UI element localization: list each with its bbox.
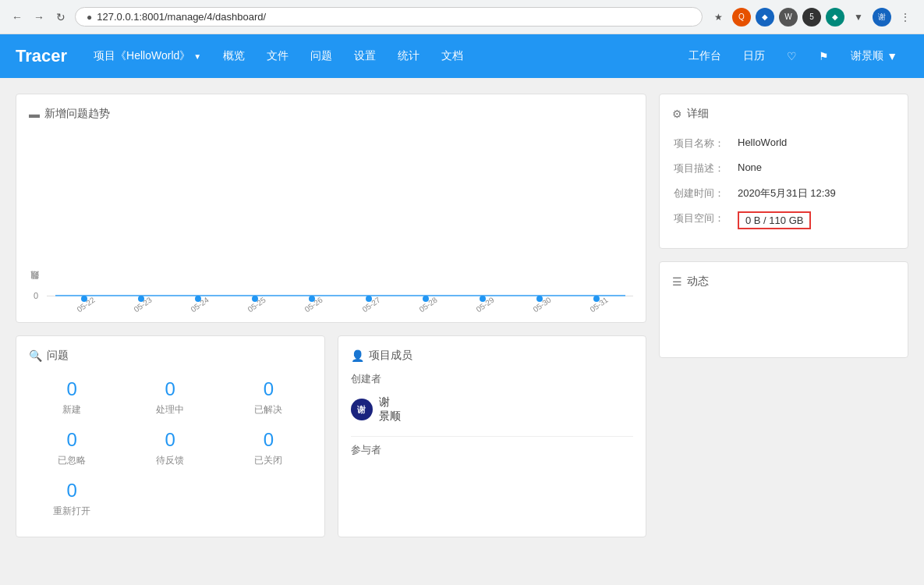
reload-button[interactable]: ↻	[53, 9, 69, 25]
chart-header: ▬ 新增问题趋势	[29, 107, 633, 121]
details-card: ⚙ 详细 项目名称：HelloWorld项目描述：None创建时间：2020年5…	[659, 94, 908, 249]
workbench-label: 工作台	[689, 49, 721, 63]
nav-item-overview[interactable]: 概览	[212, 34, 256, 78]
issue-stat: 0 已忽略	[29, 429, 115, 467]
issue-number[interactable]: 0	[225, 429, 311, 451]
browser-actions: ★ Q ◆ W 5 ◆ ▼ 谢 ⋮	[709, 8, 915, 27]
issue-stat: 0 重新打开	[29, 480, 115, 518]
browser-bar: ← → ↻ ● 127.0.0.1:8001/manage/4/dashboar…	[0, 0, 924, 34]
detail-value: None	[738, 157, 894, 180]
navbar-brand[interactable]: Tracer	[16, 46, 67, 66]
chart-dot	[366, 296, 372, 302]
notification-btn[interactable]: ♡	[776, 34, 808, 78]
bookmark-icon[interactable]: ★	[709, 8, 728, 27]
detail-label: 创建时间：	[674, 182, 736, 205]
ext-icon-6[interactable]: ▼	[849, 8, 868, 27]
chart-area: 0 05-2205-2305-2405-2505-2605-2705-2805-…	[47, 296, 633, 310]
chart-zero-label: 0	[34, 291, 38, 300]
issue-number[interactable]: 0	[29, 429, 115, 451]
issues-card: 🔍 问题 0 新建 0 处理中 0 已解决 0 已忽略 0 待反馈 0 已关闭 …	[16, 335, 325, 537]
user-avatar-browser[interactable]: 谢	[873, 8, 891, 27]
participant-section: 参与者	[351, 443, 634, 457]
ext-icon-3[interactable]: W	[779, 8, 798, 27]
creator-section: 创建者 谢 谢景顺	[351, 372, 634, 427]
issue-label: 已忽略	[29, 454, 115, 467]
navbar: Tracer 项目《HelloWorld》 ▼ 概览 文件 问题 设置 统计 文…	[0, 34, 924, 78]
bottom-row: 🔍 问题 0 新建 0 处理中 0 已解决 0 已忽略 0 待反馈 0 已关闭 …	[16, 335, 646, 537]
details-header: ⚙ 详细	[672, 107, 895, 121]
chart-dot	[138, 296, 144, 302]
menu-icon[interactable]: ⋮	[896, 8, 915, 27]
address-bar[interactable]: ● 127.0.0.1:8001/manage/4/dashboard/	[75, 7, 703, 27]
detail-row: 项目描述：None	[674, 157, 894, 180]
bookmark-nav-btn[interactable]: ⚑	[808, 34, 840, 78]
calendar-btn[interactable]: 日历	[732, 34, 776, 78]
url-text: 127.0.0.1:8001/manage/4/dashboard/	[97, 11, 266, 23]
issue-label: 已关闭	[225, 454, 311, 467]
chart-container: 问题数 0 05-2205-2305-2405-2505-2605-2705-2…	[29, 130, 633, 310]
files-label: 文件	[267, 49, 289, 63]
nav-item-stats[interactable]: 统计	[387, 34, 430, 78]
activity-header: ☰ 动态	[672, 275, 895, 289]
detail-row: 创建时间：2020年5月31日 12:39	[674, 182, 894, 205]
detail-label: 项目空间：	[674, 207, 736, 234]
ext-icon-5[interactable]: ◆	[826, 8, 844, 27]
workbench-btn[interactable]: 工作台	[678, 34, 732, 78]
issues-header: 🔍 问题	[29, 349, 312, 363]
nav-item-settings[interactable]: 设置	[343, 34, 387, 78]
user-menu-btn[interactable]: 谢景顺 ▼	[840, 34, 908, 78]
issue-label: 已解决	[225, 403, 311, 417]
back-button[interactable]: ←	[9, 9, 25, 25]
chart-icon: ▬	[29, 108, 40, 120]
space-highlight: 0 B / 110 GB	[738, 211, 811, 229]
main-content: ▬ 新增问题趋势 问题数 0 05-2205-2305-2405-2505-2	[0, 78, 924, 553]
issue-stat: 0 已关闭	[225, 429, 311, 467]
issue-label: 处理中	[127, 403, 213, 417]
issue-stat: 0 已解决	[225, 378, 311, 417]
activity-card: ☰ 动态	[659, 261, 908, 358]
issue-number[interactable]: 0	[127, 429, 213, 451]
overview-label: 概览	[223, 49, 245, 63]
activity-content	[672, 298, 895, 345]
creator-avatar: 谢	[351, 399, 373, 420]
creator-label: 创建者	[351, 372, 634, 386]
issue-number[interactable]: 0	[29, 378, 115, 400]
nav-item-docs[interactable]: 文档	[430, 34, 474, 78]
issue-stat: 0 待反馈	[127, 429, 213, 467]
stats-label: 统计	[398, 49, 420, 63]
list-icon: ☰	[672, 275, 682, 288]
navbar-right: 工作台 日历 ♡ ⚑ 谢景顺 ▼	[678, 34, 908, 78]
chart-dot	[309, 296, 315, 302]
chart-dot	[195, 296, 201, 302]
project-menu-label: 项目《HelloWorld》	[94, 49, 190, 63]
issue-number[interactable]: 0	[225, 378, 311, 400]
calendar-label: 日历	[743, 49, 765, 63]
bell-icon: ♡	[787, 50, 797, 62]
detail-row: 项目名称：HelloWorld	[674, 132, 894, 155]
chart-dot	[252, 296, 258, 302]
issues-label: 问题	[310, 49, 332, 63]
activity-title: 动态	[687, 275, 709, 289]
issue-number[interactable]: 0	[127, 378, 213, 400]
details-title: 详细	[687, 107, 709, 121]
creator-name: 谢景顺	[379, 395, 401, 424]
nav-item-issues[interactable]: 问题	[299, 34, 343, 78]
search-icon: 🔍	[29, 349, 42, 362]
user-name: 谢景顺	[851, 49, 883, 63]
forward-button[interactable]: →	[31, 9, 47, 25]
details-table: 项目名称：HelloWorld项目描述：None创建时间：2020年5月31日 …	[672, 130, 895, 236]
ext-icon-1[interactable]: Q	[732, 8, 751, 27]
navbar-nav: 项目《HelloWorld》 ▼ 概览 文件 问题 设置 统计 文档	[83, 34, 678, 78]
nav-item-files[interactable]: 文件	[256, 34, 299, 78]
chart-card: ▬ 新增问题趋势 问题数 0 05-2205-2305-2405-2505-2	[16, 94, 646, 323]
chart-title: 新增问题趋势	[44, 107, 110, 121]
members-header: 👤 项目成员	[351, 349, 634, 363]
nav-item-project[interactable]: 项目《HelloWorld》 ▼	[83, 34, 212, 78]
ext-icon-4[interactable]: 5	[802, 8, 821, 27]
member-divider	[351, 436, 634, 437]
issue-label: 重新打开	[29, 505, 115, 518]
members-title: 项目成员	[369, 349, 412, 363]
participant-label: 参与者	[351, 443, 634, 457]
ext-icon-2[interactable]: ◆	[756, 8, 774, 27]
issue-number[interactable]: 0	[29, 480, 115, 502]
